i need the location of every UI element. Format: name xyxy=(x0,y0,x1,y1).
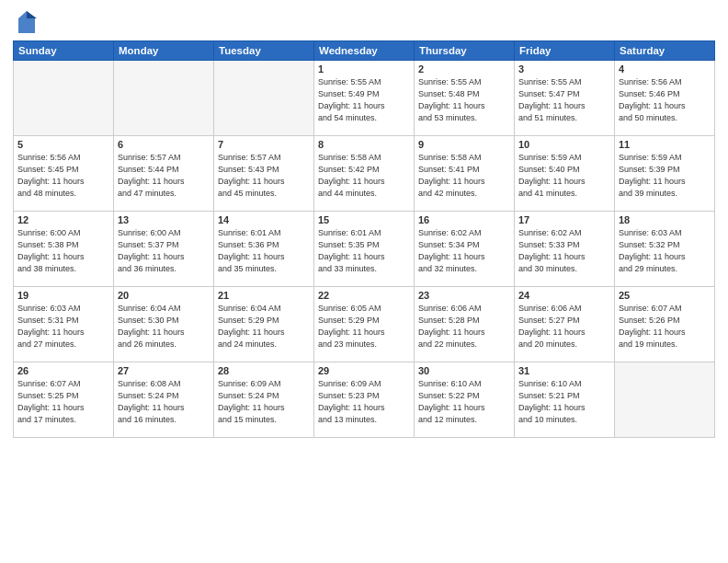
day-info: Sunrise: 6:09 AM Sunset: 5:23 PM Dayligh… xyxy=(318,378,410,426)
calendar-cell: 7Sunrise: 5:57 AM Sunset: 5:43 PM Daylig… xyxy=(214,136,314,212)
header xyxy=(13,9,715,35)
calendar-cell: 31Sunrise: 6:10 AM Sunset: 5:21 PM Dayli… xyxy=(515,362,615,438)
day-info: Sunrise: 5:57 AM Sunset: 5:43 PM Dayligh… xyxy=(218,152,310,200)
day-number: 16 xyxy=(418,214,510,225)
day-number: 26 xyxy=(17,365,109,376)
calendar-cell: 6Sunrise: 5:57 AM Sunset: 5:44 PM Daylig… xyxy=(114,136,214,212)
day-info: Sunrise: 5:58 AM Sunset: 5:41 PM Dayligh… xyxy=(418,152,510,200)
day-number: 24 xyxy=(518,290,610,301)
calendar-cell: 17Sunrise: 6:02 AM Sunset: 5:33 PM Dayli… xyxy=(515,212,615,287)
day-info: Sunrise: 6:08 AM Sunset: 5:24 PM Dayligh… xyxy=(118,378,210,426)
weekday-header-thursday: Thursday xyxy=(415,41,515,61)
page: SundayMondayTuesdayWednesdayThursdayFrid… xyxy=(0,0,728,563)
calendar-cell: 22Sunrise: 6:05 AM Sunset: 5:29 PM Dayli… xyxy=(314,287,415,362)
day-info: Sunrise: 6:07 AM Sunset: 5:26 PM Dayligh… xyxy=(619,303,711,350)
calendar-cell: 9Sunrise: 5:58 AM Sunset: 5:41 PM Daylig… xyxy=(415,136,515,212)
day-info: Sunrise: 6:04 AM Sunset: 5:30 PM Dayligh… xyxy=(118,303,210,350)
calendar-cell: 30Sunrise: 6:10 AM Sunset: 5:22 PM Dayli… xyxy=(415,362,515,438)
day-number: 4 xyxy=(619,63,711,75)
day-info: Sunrise: 5:59 AM Sunset: 5:40 PM Dayligh… xyxy=(518,152,610,200)
day-info: Sunrise: 6:05 AM Sunset: 5:29 PM Dayligh… xyxy=(318,303,410,350)
calendar-week-row: 19Sunrise: 6:03 AM Sunset: 5:31 PM Dayli… xyxy=(14,287,715,362)
day-number: 8 xyxy=(318,139,410,150)
day-number: 1 xyxy=(318,63,410,75)
calendar-cell: 26Sunrise: 6:07 AM Sunset: 5:25 PM Dayli… xyxy=(14,362,114,438)
day-number: 10 xyxy=(518,139,610,150)
weekday-header-wednesday: Wednesday xyxy=(314,41,415,61)
svg-marker-1 xyxy=(27,11,37,18)
day-number: 9 xyxy=(418,139,510,150)
day-info: Sunrise: 5:56 AM Sunset: 5:46 PM Dayligh… xyxy=(619,76,711,124)
day-info: Sunrise: 5:59 AM Sunset: 5:39 PM Dayligh… xyxy=(619,152,711,200)
day-info: Sunrise: 5:55 AM Sunset: 5:49 PM Dayligh… xyxy=(318,76,410,124)
calendar-cell xyxy=(114,61,214,136)
day-info: Sunrise: 5:56 AM Sunset: 5:45 PM Dayligh… xyxy=(17,152,109,200)
calendar-cell: 20Sunrise: 6:04 AM Sunset: 5:30 PM Dayli… xyxy=(114,287,214,362)
day-number: 27 xyxy=(118,365,210,376)
calendar-week-row: 1Sunrise: 5:55 AM Sunset: 5:49 PM Daylig… xyxy=(14,61,715,136)
day-number: 31 xyxy=(518,365,610,376)
day-number: 7 xyxy=(218,139,310,150)
day-number: 30 xyxy=(418,365,510,376)
calendar-cell xyxy=(214,61,314,136)
day-number: 14 xyxy=(218,214,310,225)
day-info: Sunrise: 6:06 AM Sunset: 5:28 PM Dayligh… xyxy=(418,303,510,350)
day-number: 20 xyxy=(118,290,210,301)
calendar-cell: 3Sunrise: 5:55 AM Sunset: 5:47 PM Daylig… xyxy=(515,61,615,136)
calendar-cell: 19Sunrise: 6:03 AM Sunset: 5:31 PM Dayli… xyxy=(14,287,114,362)
day-info: Sunrise: 5:55 AM Sunset: 5:47 PM Dayligh… xyxy=(518,76,610,124)
calendar-cell xyxy=(615,362,715,438)
calendar-cell: 10Sunrise: 5:59 AM Sunset: 5:40 PM Dayli… xyxy=(515,136,615,212)
day-number: 25 xyxy=(619,290,711,301)
calendar-week-row: 26Sunrise: 6:07 AM Sunset: 5:25 PM Dayli… xyxy=(14,362,715,438)
day-info: Sunrise: 6:04 AM Sunset: 5:29 PM Dayligh… xyxy=(218,303,310,350)
calendar-cell xyxy=(14,61,114,136)
day-info: Sunrise: 5:55 AM Sunset: 5:48 PM Dayligh… xyxy=(418,76,510,124)
day-number: 13 xyxy=(118,214,210,225)
day-info: Sunrise: 5:58 AM Sunset: 5:42 PM Dayligh… xyxy=(318,152,410,200)
calendar-cell: 13Sunrise: 6:00 AM Sunset: 5:37 PM Dayli… xyxy=(114,212,214,287)
day-info: Sunrise: 6:03 AM Sunset: 5:31 PM Dayligh… xyxy=(17,303,109,350)
calendar-cell: 21Sunrise: 6:04 AM Sunset: 5:29 PM Dayli… xyxy=(214,287,314,362)
calendar-cell: 24Sunrise: 6:06 AM Sunset: 5:27 PM Dayli… xyxy=(515,287,615,362)
day-number: 29 xyxy=(318,365,410,376)
day-number: 6 xyxy=(118,139,210,150)
weekday-header-sunday: Sunday xyxy=(14,41,114,61)
calendar-cell: 14Sunrise: 6:01 AM Sunset: 5:36 PM Dayli… xyxy=(214,212,314,287)
calendar-cell: 8Sunrise: 5:58 AM Sunset: 5:42 PM Daylig… xyxy=(314,136,415,212)
calendar-week-row: 5Sunrise: 5:56 AM Sunset: 5:45 PM Daylig… xyxy=(14,136,715,212)
day-info: Sunrise: 6:00 AM Sunset: 5:38 PM Dayligh… xyxy=(17,227,109,275)
day-number: 19 xyxy=(17,290,109,301)
calendar: SundayMondayTuesdayWednesdayThursdayFrid… xyxy=(13,40,715,438)
calendar-cell: 5Sunrise: 5:56 AM Sunset: 5:45 PM Daylig… xyxy=(14,136,114,212)
day-info: Sunrise: 6:02 AM Sunset: 5:33 PM Dayligh… xyxy=(518,227,610,275)
day-number: 15 xyxy=(318,214,410,225)
calendar-cell: 11Sunrise: 5:59 AM Sunset: 5:39 PM Dayli… xyxy=(615,136,715,212)
day-info: Sunrise: 6:06 AM Sunset: 5:27 PM Dayligh… xyxy=(518,303,610,350)
weekday-header-monday: Monday xyxy=(114,41,214,61)
day-number: 5 xyxy=(17,139,109,150)
calendar-cell: 25Sunrise: 6:07 AM Sunset: 5:26 PM Dayli… xyxy=(615,287,715,362)
calendar-cell: 18Sunrise: 6:03 AM Sunset: 5:32 PM Dayli… xyxy=(615,212,715,287)
day-number: 11 xyxy=(619,139,711,150)
day-info: Sunrise: 6:03 AM Sunset: 5:32 PM Dayligh… xyxy=(619,227,711,275)
day-info: Sunrise: 6:10 AM Sunset: 5:21 PM Dayligh… xyxy=(518,378,610,426)
day-number: 17 xyxy=(518,214,610,225)
calendar-cell: 23Sunrise: 6:06 AM Sunset: 5:28 PM Dayli… xyxy=(415,287,515,362)
day-info: Sunrise: 6:01 AM Sunset: 5:35 PM Dayligh… xyxy=(318,227,410,275)
day-info: Sunrise: 6:10 AM Sunset: 5:22 PM Dayligh… xyxy=(418,378,510,426)
day-number: 21 xyxy=(218,290,310,301)
day-info: Sunrise: 6:02 AM Sunset: 5:34 PM Dayligh… xyxy=(418,227,510,275)
calendar-cell: 2Sunrise: 5:55 AM Sunset: 5:48 PM Daylig… xyxy=(415,61,515,136)
calendar-cell: 12Sunrise: 6:00 AM Sunset: 5:38 PM Dayli… xyxy=(14,212,114,287)
day-number: 23 xyxy=(418,290,510,301)
day-info: Sunrise: 6:07 AM Sunset: 5:25 PM Dayligh… xyxy=(17,378,109,426)
day-number: 3 xyxy=(518,63,610,75)
calendar-cell: 28Sunrise: 6:09 AM Sunset: 5:24 PM Dayli… xyxy=(214,362,314,438)
day-info: Sunrise: 5:57 AM Sunset: 5:44 PM Dayligh… xyxy=(118,152,210,200)
logo-icon xyxy=(17,9,37,35)
day-info: Sunrise: 6:00 AM Sunset: 5:37 PM Dayligh… xyxy=(118,227,210,275)
calendar-cell: 27Sunrise: 6:08 AM Sunset: 5:24 PM Dayli… xyxy=(114,362,214,438)
day-number: 18 xyxy=(619,214,711,225)
day-info: Sunrise: 6:01 AM Sunset: 5:36 PM Dayligh… xyxy=(218,227,310,275)
